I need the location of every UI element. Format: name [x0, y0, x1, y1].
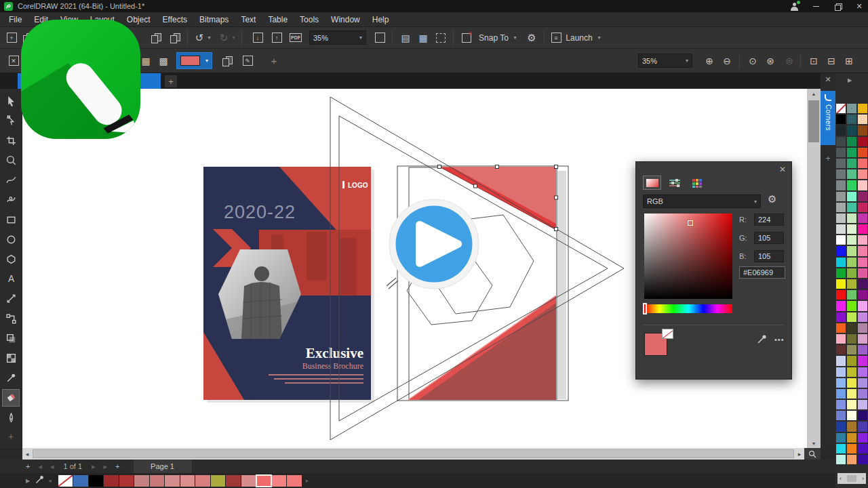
palette-swatch-14-2[interactable]	[857, 257, 868, 268]
palette-swatch-13-1[interactable]	[846, 245, 857, 256]
palette-swatch-32-2[interactable]	[857, 454, 868, 465]
palette-swatch-12-0[interactable]	[835, 235, 846, 245]
palette-swatch-6-0[interactable]	[835, 169, 846, 180]
tab-color-viewer[interactable]	[643, 176, 661, 190]
palette-swatch-31-0[interactable]	[835, 443, 846, 454]
new-document-button[interactable]: +	[4, 27, 19, 48]
paste-button[interactable]	[167, 27, 183, 48]
palette-swatch-23-0[interactable]	[835, 355, 846, 366]
palette-swatch-6-2[interactable]	[857, 169, 868, 180]
zoom-to-all-icon[interactable]: ⊛	[762, 49, 778, 73]
play-button-overlay[interactable]	[389, 199, 479, 289]
color-eyedropper-tool[interactable]	[2, 369, 20, 387]
palette-swatch-24-0[interactable]	[835, 367, 846, 378]
palette-swatch-16-1[interactable]	[846, 279, 857, 289]
export-button[interactable]: ↑	[269, 27, 285, 48]
palette-swatch-26-1[interactable]	[846, 388, 857, 399]
fill-pattern-icon[interactable]: ▩	[155, 49, 172, 73]
palette-swatch-13-0[interactable]	[835, 245, 846, 256]
restore-button[interactable]	[833, 1, 842, 11]
docpalette-scroll-left-icon[interactable]: ◂	[48, 477, 52, 484]
palette-swatch-23-1[interactable]	[846, 355, 857, 366]
palette-swatch-28-0[interactable]	[835, 410, 846, 421]
rulers-toggle[interactable]: ▤	[397, 27, 414, 48]
zoom-to-page-icon[interactable]: ⊡	[806, 49, 822, 73]
palette-swatch-19-2[interactable]	[857, 312, 868, 323]
palette-swatch-15-2[interactable]	[857, 268, 868, 279]
scroll-up-icon[interactable]: ▲	[807, 89, 821, 98]
parallel-dimension-tool[interactable]	[2, 290, 20, 308]
zoom-fit-button[interactable]	[804, 448, 821, 460]
palette-swatch-7-0[interactable]	[835, 180, 846, 190]
palette-swatch-22-2[interactable]	[857, 344, 868, 355]
palette-swatch-27-2[interactable]	[857, 399, 868, 410]
connector-tool[interactable]	[2, 310, 20, 327]
palette-swatch-8-1[interactable]	[846, 191, 857, 202]
doc-swatch-13[interactable]	[256, 475, 271, 487]
options-gear-icon[interactable]: ⚙	[524, 27, 540, 48]
palette-swatch-10-2[interactable]	[857, 213, 868, 224]
palette-swatch-28-2[interactable]	[857, 410, 868, 421]
panel-close-icon[interactable]: ✕	[779, 165, 786, 174]
palette-swatch-0-0[interactable]	[835, 103, 846, 114]
palette-swatch-29-0[interactable]	[835, 421, 846, 432]
palette-swatch-19-0[interactable]	[835, 312, 846, 323]
tab-color-palettes[interactable]	[688, 176, 706, 190]
palette-swatch-26-2[interactable]	[857, 388, 868, 399]
add-page-after-button[interactable]: +	[115, 462, 119, 470]
color-field-marker[interactable]	[688, 220, 693, 226]
palette-swatch-17-1[interactable]	[846, 289, 857, 300]
palette-swatch-17-2[interactable]	[857, 289, 868, 300]
palette-swatch-16-0[interactable]	[835, 279, 846, 289]
shape-tool[interactable]	[2, 112, 20, 129]
redo-button[interactable]: ↻	[217, 27, 231, 48]
outline-pen-tool[interactable]	[2, 409, 20, 426]
panel-gear-icon[interactable]: ⚙	[768, 193, 776, 205]
palette-swatch-12-2[interactable]	[857, 235, 868, 245]
palette-swatch-18-2[interactable]	[857, 300, 868, 311]
panel-eyedropper-icon[interactable]	[757, 334, 767, 346]
text-tool[interactable]: A	[2, 270, 20, 288]
zoom-to-width-icon[interactable]: ⊟	[823, 49, 840, 73]
doc-swatch-11[interactable]	[226, 475, 241, 487]
palette-swatch-18-0[interactable]	[835, 300, 846, 311]
palette-swatch-4-0[interactable]	[835, 147, 846, 158]
zoom-out-icon[interactable]: ⊖	[719, 49, 735, 73]
page-setup-icon[interactable]: ✕	[5, 49, 22, 73]
polygon-tool[interactable]	[2, 251, 20, 268]
palette-swatch-19-1[interactable]	[846, 312, 857, 323]
drop-shadow-tool[interactable]	[2, 329, 20, 347]
palette-swatch-5-0[interactable]	[835, 158, 846, 169]
panel-more-options[interactable]: •••	[774, 336, 785, 344]
palette-swatch-24-1[interactable]	[846, 367, 857, 378]
scroll-down-icon[interactable]: ▼	[807, 439, 821, 448]
palette-swatch-14-0[interactable]	[835, 257, 846, 268]
snap-to-dropdown[interactable]: Snap To	[476, 27, 511, 48]
red-input[interactable]	[754, 214, 784, 226]
palette-swatch-1-2[interactable]	[857, 114, 868, 125]
palette-swatch-9-1[interactable]	[846, 202, 857, 213]
menu-effects[interactable]: Effects	[157, 13, 193, 26]
page-tab[interactable]: Page 1	[134, 460, 192, 473]
palette-swatch-11-0[interactable]	[835, 224, 846, 235]
propbar-zoom-combo[interactable]: 35%▾	[638, 54, 692, 68]
palette-swatch-21-2[interactable]	[857, 333, 868, 344]
docpalette-eyedropper-icon[interactable]	[35, 475, 44, 486]
palette-swatch-0-2[interactable]	[857, 103, 868, 114]
rectangle-tool[interactable]	[2, 211, 20, 228]
palette-swatch-12-1[interactable]	[846, 235, 857, 245]
palette-swatch-9-0[interactable]	[835, 202, 846, 213]
palette-swatch-7-1[interactable]	[846, 180, 857, 190]
minimize-button[interactable]	[811, 1, 821, 11]
palette-swatch-7-2[interactable]	[857, 180, 868, 190]
next-page-icon[interactable]: ▸	[92, 462, 96, 471]
palette-swatch-10-1[interactable]	[846, 213, 857, 224]
palette-swatch-20-0[interactable]	[835, 323, 846, 333]
new-document-tab-button[interactable]: +	[165, 75, 177, 87]
palette-swatch-3-1[interactable]	[846, 136, 857, 147]
palette-swatch-26-0[interactable]	[835, 388, 846, 399]
doc-swatch-10[interactable]	[211, 475, 226, 487]
docker-tab-corners[interactable]: Corners	[821, 91, 835, 145]
blue-input[interactable]	[754, 250, 784, 262]
menu-help[interactable]: Help	[366, 13, 395, 26]
